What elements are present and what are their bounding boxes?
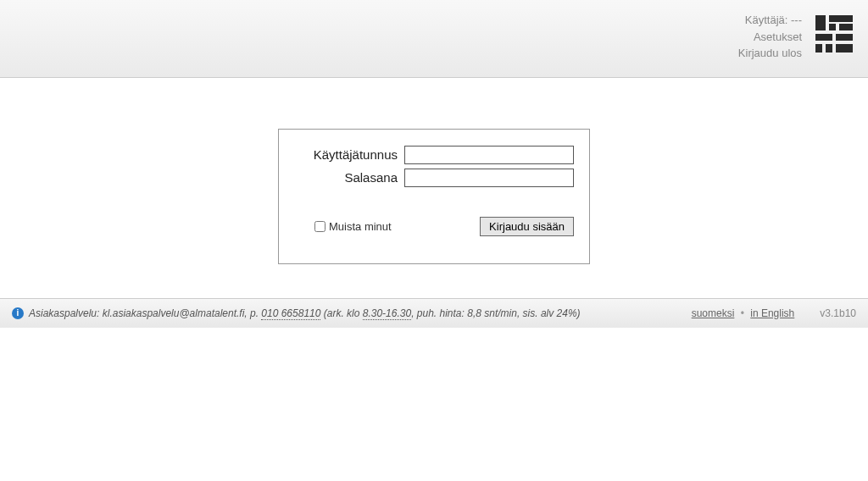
svg-rect-8: [836, 44, 853, 53]
login-button[interactable]: Kirjaudu sisään: [480, 217, 574, 236]
service-prefix: Asiakaspalvelu:: [29, 307, 103, 319]
remember-me[interactable]: Muista minut: [314, 220, 392, 233]
main-content: Käyttäjätunnus Salasana Muista minut Kir…: [0, 78, 868, 298]
footer-info: i Asiakaspalvelu: kl.asiakaspalvelu@alma…: [12, 307, 581, 319]
lang-separator: •: [741, 307, 744, 319]
phone-prefix: , p.: [244, 307, 261, 319]
username-input[interactable]: [404, 146, 574, 164]
password-input[interactable]: [404, 169, 574, 187]
hours-text: 8.30-16.30: [363, 307, 411, 320]
username-row: Käyttäjätunnus: [294, 146, 574, 164]
lang-fi-link[interactable]: suomeksi: [692, 307, 735, 319]
hours-prefix: (ark. klo: [320, 307, 362, 319]
footer: i Asiakaspalvelu: kl.asiakaspalvelu@alma…: [0, 298, 868, 328]
svg-rect-3: [839, 24, 853, 30]
svg-rect-0: [815, 15, 826, 30]
svg-rect-5: [836, 34, 853, 41]
username-label: Käyttäjätunnus: [294, 147, 404, 162]
svg-rect-2: [829, 24, 836, 30]
svg-rect-1: [829, 15, 853, 22]
settings-link[interactable]: Asetukset: [738, 29, 802, 46]
svg-rect-4: [815, 34, 832, 41]
login-bottom-row: Muista minut Kirjaudu sisään: [294, 217, 574, 236]
remember-label: Muista minut: [329, 220, 392, 233]
info-icon: i: [12, 307, 24, 319]
phone-link[interactable]: 010 6658110: [261, 307, 320, 320]
logout-link[interactable]: Kirjaudu ulos: [738, 45, 802, 62]
login-form: Käyttäjätunnus Salasana Muista minut Kir…: [278, 129, 590, 264]
service-email: kl.asiakaspalvelu@almatalent.fi: [103, 307, 245, 319]
svg-rect-7: [826, 44, 832, 53]
password-row: Salasana: [294, 169, 574, 187]
user-label: Käyttäjä: ---: [738, 12, 802, 29]
lang-en-link[interactable]: in English: [750, 307, 794, 319]
footer-right: suomeksi • in English v3.1b10: [692, 307, 856, 319]
remember-checkbox[interactable]: [314, 221, 326, 232]
svg-rect-6: [815, 44, 822, 53]
header-links: Käyttäjä: --- Asetukset Kirjaudu ulos: [738, 12, 802, 62]
price-suffix: , puh. hinta: 8,8 snt/min, sis. alv 24%): [411, 307, 580, 319]
language-links: suomeksi • in English: [692, 307, 795, 319]
header: Käyttäjä: --- Asetukset Kirjaudu ulos: [0, 0, 868, 78]
version-label: v3.1b10: [820, 307, 856, 319]
alma-logo-icon: [814, 14, 854, 54]
password-label: Salasana: [294, 170, 404, 185]
